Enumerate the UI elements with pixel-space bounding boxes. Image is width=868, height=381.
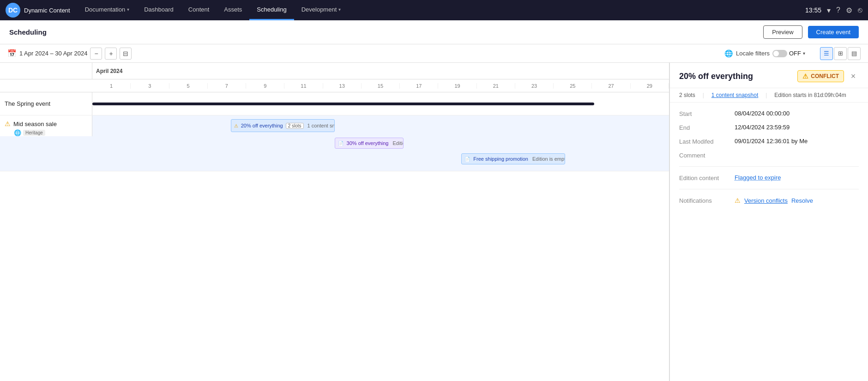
gantt-row-mid-season-sale: ⚠ Mid season sale 🌐 Heritage ⚠ 20% off e… [0, 115, 669, 171]
spring-event-bar[interactable] [92, 103, 594, 105]
mid-season-sale-label: ⚠ Mid season sale 🌐 Heritage [0, 115, 92, 136]
preview-button[interactable]: Preview [763, 25, 802, 39]
date-cell: 21 [477, 83, 515, 89]
list-view-button[interactable]: ☰ [820, 47, 833, 60]
detail-header: 20% off everything ⚠ CONFLICT × [670, 63, 868, 88]
edition-bar-20off[interactable]: ⚠ 20% off everything 2 slots 1 content s… [231, 119, 335, 132]
toggle-state-label: OFF [789, 50, 801, 57]
edition-20off-label: 20% off everything [241, 123, 283, 128]
gantt-row-empty [0, 171, 669, 264]
chevron-down-icon: ▾ [338, 7, 341, 12]
date-cells: 1 3 5 7 9 11 13 15 17 19 21 23 25 27 29 [92, 83, 669, 89]
main-area: April 2024 1 3 5 7 9 11 13 15 17 19 21 2… [0, 63, 868, 381]
mid-season-sale-timeline: ⚠ 20% off everything 2 slots 1 content s… [92, 115, 669, 171]
warning-icon: ⚠ [234, 123, 238, 128]
locale-toggle[interactable]: OFF ▾ [772, 50, 805, 57]
detail-panel: 20% off everything ⚠ CONFLICT × 2 slots … [669, 63, 868, 381]
page-title: Scheduling [9, 28, 758, 36]
date-cell: 9 [246, 83, 284, 89]
app-logo: DC [6, 3, 20, 18]
top-nav: DC Dynamic Content Documentation ▾ Dashb… [0, 0, 868, 20]
edition-bar-free-shipping[interactable]: 📄 Free shipping promotion Edition is emp… [461, 153, 565, 164]
nav-item-content[interactable]: Content [181, 0, 217, 20]
detail-title: 20% off everything [679, 72, 794, 81]
nav-item-assets[interactable]: Assets [217, 0, 249, 20]
gantt-row-spring-event: The Spring event [0, 92, 669, 115]
meta-slots: 2 slots [679, 92, 695, 98]
heritage-badge: Heritage [23, 130, 45, 136]
chevron-down-icon: ▾ [127, 7, 129, 12]
date-cell: 5 [169, 83, 208, 89]
gear-icon[interactable]: ⚙ [846, 6, 852, 15]
date-cell: 1 [92, 83, 131, 89]
mid-season-sale-name: Mid season sale [13, 121, 57, 127]
calendar-icon[interactable]: 📅 [7, 49, 17, 58]
spring-event-label: The Spring event [0, 92, 92, 115]
date-cell: 3 [131, 83, 169, 89]
globe-icon: 🌐 [14, 129, 21, 136]
sub-header: Scheduling Preview Create event [0, 20, 868, 44]
edition-empty-info: Edition is empty [532, 156, 565, 162]
locale-filter-area: 🌐 Locale filters OFF ▾ [724, 49, 805, 58]
separator: | [766, 92, 767, 98]
nav-item-documentation[interactable]: Documentation ▾ [78, 0, 137, 20]
date-cell: 27 [592, 83, 630, 89]
chevron-down-icon[interactable]: ▾ [827, 6, 831, 15]
end-value: 12/04/2024 23:59:59 [735, 124, 790, 131]
date-cell: 17 [400, 83, 438, 89]
close-button[interactable]: × [848, 71, 859, 82]
date-range-controls: 📅 1 Apr 2024 – 30 Apr 2024 − + ⊟ [7, 48, 721, 60]
nav-item-development[interactable]: Development ▾ [294, 0, 349, 20]
detail-divider-2 [679, 189, 859, 189]
detail-body: Start 08/04/2024 00:00:00 End 12/04/2024… [670, 103, 868, 381]
chevron-down-icon[interactable]: ▾ [803, 51, 805, 56]
conflict-badge: ⚠ CONFLICT [797, 70, 844, 82]
spring-event-timeline [92, 92, 669, 115]
locale-filter-label: Locale filters [736, 50, 770, 57]
field-end: End 12/04/2024 23:59:59 [679, 124, 859, 131]
flagged-to-expire-link[interactable]: Flagged to expire [735, 174, 781, 181]
edition-30off-label: 30% off everything [347, 140, 389, 146]
external-link-icon[interactable]: ⎋ [858, 6, 862, 14]
document-icon: 📄 [464, 157, 470, 162]
version-conflicts-link[interactable]: Version conflicts [744, 197, 788, 204]
resolve-link[interactable]: Resolve [791, 197, 813, 204]
date-cell: 15 [362, 83, 400, 89]
nav-time: 13:55 [805, 6, 821, 14]
edition-content-label: Edition content [679, 174, 735, 181]
zoom-in-button[interactable]: + [105, 48, 117, 60]
warning-icon: ⚠ [802, 73, 808, 80]
empty-timeline [92, 171, 669, 264]
meta-countdown: Edition starts in 81d:09h:04m [774, 92, 846, 98]
table-view-button[interactable]: ▤ [848, 47, 861, 60]
detail-meta-row: 2 slots | 1 content snapshot | Edition s… [670, 88, 868, 103]
grid-view-button[interactable]: ⊞ [834, 47, 847, 60]
spring-event-name: The Spring event [5, 100, 50, 107]
calendar-area: April 2024 1 3 5 7 9 11 13 15 17 19 21 2… [0, 63, 669, 381]
field-edition-content: Edition content Flagged to expire [679, 174, 859, 181]
snapshot-info: 1 content snapshot [307, 123, 335, 128]
field-notifications: Notifications ⚠ Version conflicts Resolv… [679, 197, 859, 204]
nav-item-dashboard[interactable]: Dashboard [137, 0, 181, 20]
create-event-button[interactable]: Create event [808, 26, 859, 38]
last-modified-label: Last Modifed [679, 138, 735, 145]
edition-bar-30off[interactable]: 📄 30% off everything Edition is empty [335, 138, 404, 149]
start-value: 08/04/2024 00:00:00 [735, 110, 790, 117]
date-cell: 29 [631, 83, 669, 89]
edition-content-value[interactable]: Flagged to expire [735, 174, 781, 181]
field-last-modified: Last Modifed 09/01/2024 12:36:01 by Me [679, 138, 859, 145]
toggle-switch[interactable] [772, 50, 787, 57]
filter-button[interactable]: ⊟ [120, 48, 132, 60]
date-cell: 19 [438, 83, 476, 89]
slots-badge: 2 slots [286, 123, 304, 129]
end-label: End [679, 124, 735, 131]
field-start: Start 08/04/2024 00:00:00 [679, 110, 859, 117]
help-icon[interactable]: ? [836, 6, 840, 14]
meta-snapshot-link[interactable]: 1 content snapshot [711, 92, 758, 98]
zoom-out-button[interactable]: − [90, 48, 102, 60]
start-label: Start [679, 110, 735, 117]
date-cell: 11 [284, 83, 323, 89]
nav-item-scheduling[interactable]: Scheduling [249, 0, 294, 20]
document-icon: 📄 [338, 141, 344, 146]
calendar-dates-row: 1 3 5 7 9 11 13 15 17 19 21 23 25 27 29 [0, 79, 669, 92]
